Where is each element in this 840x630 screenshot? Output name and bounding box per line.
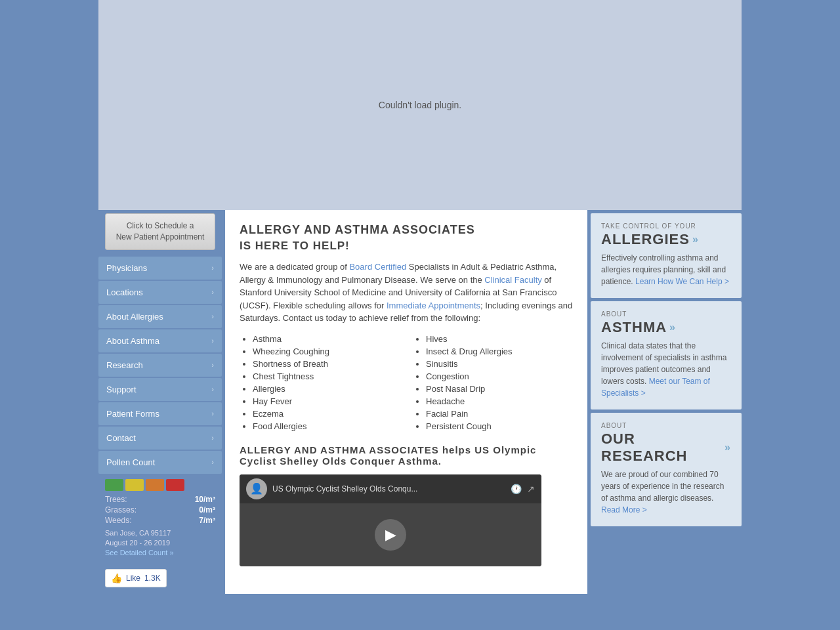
pollen-bar-red (166, 479, 184, 491)
list-item: Asthma (253, 334, 400, 344)
main-title-line2: IS HERE TO HELP! (240, 240, 573, 253)
chevron-right-icon: › (211, 458, 214, 466)
plugin-message: Couldn't load plugin. (379, 100, 461, 110)
fb-like-label: Like (126, 574, 140, 583)
arrows-icon: » (669, 322, 676, 333)
outer-wrapper: Couldn't load plugin. Click to Schedule … (98, 0, 742, 594)
list-item: Wheezing Coughing (253, 346, 400, 356)
schedule-btn-line2: New Patient Appointment (111, 232, 209, 243)
asthma-card-label: ABOUT (601, 310, 731, 318)
chevron-right-icon: › (211, 410, 214, 417)
arrows-icon: » (692, 234, 699, 245)
sidebar-item-research[interactable]: Research › (98, 354, 222, 377)
list-item: Eczema (253, 409, 400, 419)
research-card-label: ABOUT (601, 422, 731, 429)
list-item: Insect & Drug Allergies (426, 346, 573, 356)
video-title-text: US Olympic Cyclist Shelley Olds Conqu... (272, 484, 505, 494)
list-item: Hives (426, 334, 573, 344)
main-layout: Click to Schedule a New Patient Appointm… (98, 210, 742, 594)
asthma-card: ABOUT ASTHMA » Clinical data states that… (591, 301, 742, 410)
chevron-right-icon: › (211, 288, 214, 296)
list-item: Persistent Cough (426, 421, 573, 431)
sidebar-item-about-asthma[interactable]: About Asthma › (98, 329, 222, 352)
asthma-card-title: ASTHMA » (601, 319, 731, 336)
list-item: Post Nasal Drip (426, 384, 573, 394)
pollen-section: Trees: 10/m³ Grasses: 0/m³ Weeds: 7/m³ S… (105, 479, 215, 558)
allergies-link[interactable]: Learn How We Can Help > (635, 277, 729, 286)
sidebar: Click to Schedule a New Patient Appointm… (98, 210, 222, 594)
clock-icon: 🕐 (511, 484, 522, 494)
list-item: Shortness of Breath (253, 359, 400, 369)
allergies-card: TAKE CONTROL OF YOUR ALLERGIES » Effecti… (591, 213, 742, 298)
pollen-grasses-row: Grasses: 0/m³ (105, 505, 215, 514)
list-item: Allergies (253, 384, 400, 394)
chevron-right-icon: › (211, 312, 214, 320)
pollen-bar-orange (146, 479, 164, 491)
pollen-location: San Jose, CA 95117 August 20 - 26 2019 (105, 528, 215, 549)
symptoms-right-list: Hives Insect & Drug Allergies Sinusitis … (413, 334, 573, 431)
list-item: Sinusitis (426, 359, 573, 369)
list-item: Congestion (426, 371, 573, 381)
asthma-card-text: Clinical data states that the involvemen… (601, 340, 731, 399)
list-item: Chest Tightness (253, 371, 400, 381)
chevron-right-icon: › (211, 337, 214, 345)
pollen-trees-label: Trees: (105, 495, 127, 504)
sidebar-item-patient-forms[interactable]: Patient Forms › (98, 402, 222, 425)
schedule-button[interactable]: Click to Schedule a New Patient Appointm… (105, 213, 215, 250)
schedule-btn-line1: Click to Schedule a (111, 220, 209, 232)
research-card-text: We are proud of our combined 70 years of… (601, 469, 731, 516)
pollen-trees-row: Trees: 10/m³ (105, 495, 215, 504)
immediate-appointments-link[interactable]: Immediate Appointments (387, 301, 480, 310)
pollen-weeds-row: Weeds: 7/m³ (105, 516, 215, 525)
sidebar-item-physicians[interactable]: Physicians › (98, 257, 222, 280)
video-body[interactable]: ▶ (240, 503, 541, 566)
see-detailed-link[interactable]: See Detailed Count » (105, 549, 174, 556)
chevron-right-icon: › (211, 434, 214, 442)
list-item: Food Allergies (253, 421, 400, 431)
main-content: ALLERGY AND ASTHMA ASSOCIATES IS HERE TO… (225, 210, 587, 594)
arrows-icon: » (724, 442, 731, 453)
pollen-bars (105, 479, 215, 491)
pollen-grasses-label: Grasses: (105, 505, 136, 514)
list-item: Headache (426, 396, 573, 406)
board-certified-link[interactable]: Board Certified (349, 262, 406, 272)
play-button[interactable]: ▶ (375, 519, 406, 551)
list-item: Facial Pain (426, 409, 573, 419)
allergies-card-label: TAKE CONTROL OF YOUR (601, 222, 731, 230)
header-area: Couldn't load plugin. (98, 0, 742, 210)
symptoms-section: Asthma Wheezing Coughing Shortness of Br… (240, 334, 573, 434)
research-read-more-link[interactable]: Read More > (601, 505, 647, 514)
pollen-grasses-value: 0/m³ (199, 505, 215, 514)
pollen-weeds-value: 7/m³ (199, 516, 215, 525)
intro-paragraph: We are a dedicated group of Board Certif… (240, 261, 573, 325)
thumbs-up-icon: 👍 (111, 573, 122, 583)
sidebar-item-about-allergies[interactable]: About Allergies › (98, 305, 222, 328)
allergies-card-title: ALLERGIES » (601, 231, 731, 248)
right-sidebar: TAKE CONTROL OF YOUR ALLERGIES » Effecti… (591, 210, 742, 594)
section2-title: ALLERGY AND ASTHMA ASSOCIATES helps US O… (240, 444, 573, 467)
research-card-title: OUR RESEARCH » (601, 430, 731, 465)
sidebar-item-pollen-count[interactable]: Pollen Count › (98, 451, 222, 474)
sidebar-item-locations[interactable]: Locations › (98, 281, 222, 304)
video-avatar: 👤 (246, 478, 267, 499)
pollen-bar-yellow (125, 479, 144, 491)
research-card: ABOUT OUR RESEARCH » We are proud of our… (591, 413, 742, 526)
chevron-right-icon: › (211, 264, 214, 272)
video-header: 👤 US Olympic Cyclist Shelley Olds Conqu.… (240, 474, 541, 503)
pollen-bar-green (105, 479, 123, 491)
symptoms-left-list: Asthma Wheezing Coughing Shortness of Br… (240, 334, 400, 431)
chevron-right-icon: › (211, 361, 214, 369)
sidebar-item-contact[interactable]: Contact › (98, 427, 222, 450)
allergies-card-text: Effectively controlling asthma and aller… (601, 252, 731, 287)
symptoms-left-col: Asthma Wheezing Coughing Shortness of Br… (240, 334, 400, 434)
video-player[interactable]: 👤 US Olympic Cyclist Shelley Olds Conqu.… (240, 474, 541, 566)
sidebar-item-support[interactable]: Support › (98, 378, 222, 401)
list-item: Hay Fever (253, 396, 400, 406)
clinical-faculty-link[interactable]: Clinical Faculty (484, 275, 541, 285)
symptoms-right-col: Hives Insect & Drug Allergies Sinusitis … (413, 334, 573, 434)
chevron-right-icon: › (211, 385, 214, 393)
fb-like-count: 1.3K (144, 574, 161, 583)
share-icon: ↗ (527, 484, 535, 494)
pollen-weeds-label: Weeds: (105, 516, 131, 525)
fb-like-box[interactable]: 👍 Like 1.3K (105, 569, 167, 587)
